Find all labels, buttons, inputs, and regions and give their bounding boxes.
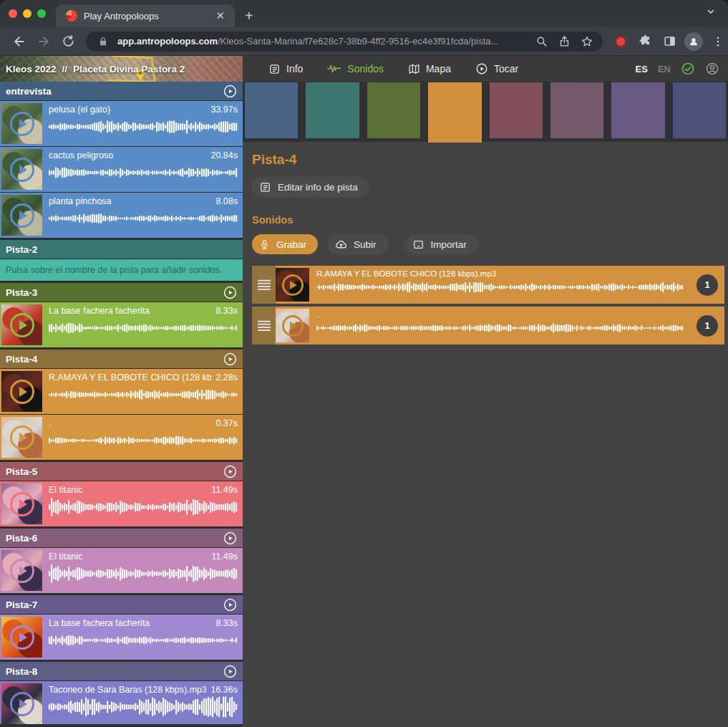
status-check-icon[interactable] bbox=[681, 62, 695, 76]
sound-row[interactable]: pelusa (el gato)33.97s bbox=[0, 101, 243, 146]
lang-en[interactable]: EN bbox=[658, 64, 671, 74]
project-hero-image[interactable]: Kleos 2022 // Placeta Divina Pastora 2 bbox=[0, 56, 243, 82]
page-title: Pista-4 bbox=[252, 152, 728, 168]
sound-row[interactable]: R.AMAYA Y EL BOBOTE CHICO (128 kbps)....… bbox=[0, 369, 243, 414]
edit-track-info-button[interactable]: Editar info de pista bbox=[252, 177, 369, 197]
sound-thumbnail[interactable] bbox=[1, 417, 42, 458]
microphone-icon bbox=[259, 239, 270, 250]
track-header[interactable]: Pista-2 bbox=[0, 240, 243, 259]
track-header[interactable]: entrevista bbox=[0, 82, 243, 100]
account-icon[interactable] bbox=[705, 62, 719, 76]
tab-close-icon[interactable]: ✕ bbox=[213, 9, 228, 22]
nav-item-tocar[interactable]: Tocar bbox=[467, 56, 534, 82]
track-play-button[interactable] bbox=[223, 465, 237, 478]
url-text: app.antropoloops.com/Kleos-Santa-Marina/… bbox=[117, 36, 527, 47]
track-color-swatch[interactable] bbox=[550, 82, 603, 138]
sound-row[interactable]: La base fachera facherita8.33s bbox=[0, 615, 243, 660]
nav-item-sonidos[interactable]: Sonidos bbox=[319, 56, 399, 82]
back-button[interactable] bbox=[9, 31, 30, 52]
sound-row[interactable]: . 1 bbox=[252, 307, 724, 345]
sound-duration: 2.28s bbox=[215, 372, 238, 382]
track-color-swatch[interactable] bbox=[245, 82, 298, 138]
sound-row[interactable]: cactus peligroso20.84s bbox=[0, 147, 243, 192]
nav-item-info[interactable]: Info bbox=[260, 56, 319, 82]
forward-button[interactable] bbox=[33, 31, 54, 52]
sound-thumbnail[interactable] bbox=[1, 483, 42, 524]
track-header[interactable]: Pista-3 bbox=[0, 283, 243, 302]
sound-name: . bbox=[49, 418, 211, 428]
track-color-swatch[interactable] bbox=[367, 82, 420, 138]
tab-search-chevron-icon[interactable] bbox=[705, 6, 717, 17]
track-header[interactable]: Pista-6 bbox=[0, 529, 243, 547]
browser-tab[interactable]: Play Antropoloops ✕ bbox=[56, 4, 235, 27]
nav-item-mapa[interactable]: Mapa bbox=[399, 56, 467, 82]
import-label: Importar bbox=[431, 239, 467, 250]
track-color-swatch[interactable] bbox=[306, 82, 359, 138]
browser-toolbar: app.antropoloops.com/Kleos-Santa-Marina/… bbox=[0, 27, 728, 56]
track-pista-2: Pista-2 Pulsa sobre el nombre de la pist… bbox=[0, 240, 243, 281]
track-play-button[interactable] bbox=[223, 531, 237, 545]
bookmark-star-icon[interactable] bbox=[578, 33, 596, 50]
lang-es[interactable]: ES bbox=[636, 64, 648, 74]
track-pista-8: Pista-8 Taconeo de Sara Baras (128 kbps)… bbox=[0, 662, 243, 726]
sound-thumbnail[interactable] bbox=[1, 550, 42, 591]
side-panel-icon[interactable] bbox=[659, 31, 680, 52]
reload-button[interactable] bbox=[57, 31, 79, 52]
sound-name: . bbox=[316, 310, 684, 319]
browser-menu-kebab-icon[interactable] bbox=[707, 31, 728, 52]
track-play-button[interactable] bbox=[223, 352, 237, 366]
track-header[interactable]: Pista-7 bbox=[0, 595, 243, 614]
empty-track-hint[interactable]: Pulsa sobre el nombre de la pista para a… bbox=[0, 259, 243, 281]
track-header[interactable]: Pista-8 bbox=[0, 662, 243, 680]
new-tab-button[interactable]: + bbox=[235, 8, 263, 27]
sound-row[interactable]: planta pinchosa8.08s bbox=[0, 193, 243, 238]
sound-row[interactable]: El titanic11.49s bbox=[0, 481, 243, 526]
lock-icon[interactable] bbox=[94, 33, 112, 50]
profile-avatar-icon[interactable] bbox=[683, 31, 704, 52]
sound-thumbnail[interactable] bbox=[1, 195, 42, 236]
sound-thumbnail[interactable] bbox=[1, 683, 42, 724]
sound-thumbnail[interactable] bbox=[276, 309, 309, 342]
sound-thumbnail[interactable] bbox=[1, 103, 42, 144]
sound-row[interactable]: .0.37s bbox=[0, 415, 243, 460]
track-play-button[interactable] bbox=[223, 665, 237, 678]
track-header[interactable]: Pista-4 bbox=[0, 350, 243, 368]
track-detail-panel: Pista-4 Editar info de pista Sonidos Gra… bbox=[243, 82, 728, 727]
sound-thumbnail[interactable] bbox=[1, 149, 42, 190]
sound-duration: 8.08s bbox=[215, 196, 238, 206]
content-area: entrevista pelusa (el gato)33.97s cactus… bbox=[0, 82, 728, 727]
drag-handle[interactable] bbox=[252, 266, 276, 304]
record-button[interactable]: Grabar bbox=[252, 234, 318, 254]
track-color-swatch[interactable] bbox=[490, 82, 543, 138]
address-bar[interactable]: app.antropoloops.com/Kleos-Santa-Marina/… bbox=[86, 32, 603, 52]
track-color-swatch[interactable] bbox=[611, 82, 664, 138]
sound-row[interactable]: Taconeo de Sara Baras (128 kbps).mp316.3… bbox=[0, 681, 243, 726]
sound-row[interactable]: La base fachera facherita8.33s bbox=[0, 302, 243, 347]
close-window-button[interactable] bbox=[9, 9, 17, 18]
waveform bbox=[49, 162, 238, 183]
play-overlay-icon bbox=[10, 492, 34, 516]
sound-thumbnail[interactable] bbox=[276, 268, 309, 302]
zoom-window-button[interactable] bbox=[37, 9, 46, 18]
sound-thumbnail[interactable] bbox=[1, 371, 42, 412]
minimize-window-button[interactable] bbox=[23, 9, 31, 18]
zoom-page-icon[interactable] bbox=[533, 33, 550, 50]
sound-thumbnail[interactable] bbox=[1, 304, 42, 345]
track-play-button[interactable] bbox=[223, 598, 237, 612]
track-color-swatch[interactable] bbox=[673, 82, 726, 138]
sound-row[interactable]: R.AMAYA Y EL BOBOTE CHICO (128 kbps).mp3… bbox=[252, 266, 724, 304]
play-overlay-icon bbox=[10, 559, 34, 583]
track-play-button[interactable] bbox=[223, 85, 237, 98]
sound-row[interactable]: El titanic11.49s bbox=[0, 548, 243, 593]
track-color-swatch[interactable] bbox=[428, 82, 481, 143]
extensions-puzzle-icon[interactable] bbox=[634, 31, 656, 52]
share-icon[interactable] bbox=[555, 33, 573, 50]
track-play-button[interactable] bbox=[223, 286, 237, 299]
track-header[interactable]: Pista-5 bbox=[0, 462, 243, 481]
drag-handle[interactable] bbox=[252, 307, 276, 345]
sound-thumbnail[interactable] bbox=[1, 617, 42, 658]
upload-button[interactable]: Subir bbox=[328, 234, 388, 254]
import-button[interactable]: Importar bbox=[405, 234, 478, 254]
breadcrumb-project[interactable]: Kleos 2022 bbox=[6, 64, 57, 74]
record-extension-icon[interactable] bbox=[610, 31, 631, 52]
